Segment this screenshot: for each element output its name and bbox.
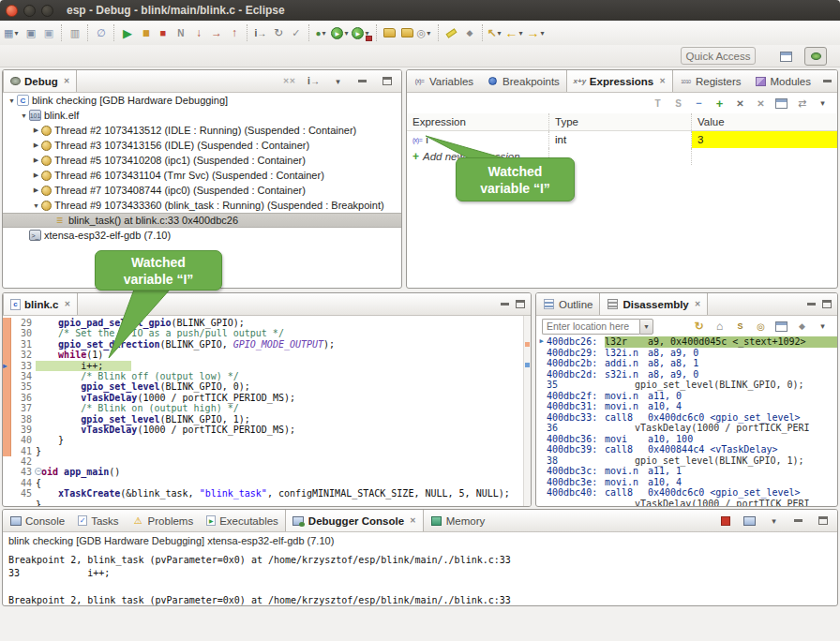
- dropdown-arrow-icon[interactable]: ▾: [540, 29, 548, 37]
- instruction-stepping-button[interactable]: i→: [251, 23, 269, 42]
- expander-icon[interactable]: ▼: [7, 97, 17, 104]
- code-line[interactable]: 30 /* Set the GPIO as a push/pull output…: [3, 328, 531, 338]
- disassembly-line[interactable]: 400dbc31:movi.na10, 4: [536, 401, 837, 412]
- overview-ruler[interactable]: [523, 316, 531, 506]
- disassembly-line[interactable]: 400dbc29:l32i.na8, a9, 0: [536, 348, 837, 359]
- tab-console[interactable]: Console: [3, 510, 71, 531]
- suspend-button[interactable]: ▮▮: [136, 23, 154, 42]
- close-tab-icon[interactable]: ✕: [64, 300, 70, 308]
- dropdown-arrow-icon[interactable]: ▾: [518, 29, 526, 37]
- open-perspective-button[interactable]: [774, 47, 797, 66]
- disassembly-line[interactable]: 400dbc2b:addi.na8, a8, 1: [536, 358, 837, 369]
- external-tools-button[interactable]: ▶▾: [352, 23, 372, 42]
- display-selected-console-button[interactable]: [741, 512, 758, 530]
- dropdown-arrow-icon[interactable]: ▾: [427, 29, 434, 37]
- debug-tree-item[interactable]: ▶Thread #7 1073408744 (ipc0) (Suspended …: [3, 183, 401, 198]
- maximize-button[interactable]: [378, 72, 396, 91]
- debug-tree-item[interactable]: ▶Thread #2 1073413512 (IDLE : Running) (…: [3, 123, 401, 138]
- code-line[interactable]: 32 while(1): [3, 350, 531, 360]
- column-expression[interactable]: Expression: [407, 113, 549, 130]
- debug-tree-item[interactable]: ▼Cblink checking [GDB Hardware Debugging…: [3, 93, 401, 108]
- maximize-view-button[interactable]: [822, 300, 832, 308]
- tab-outline[interactable]: Outline: [536, 293, 599, 315]
- step-return-button[interactable]: ↑: [225, 23, 243, 42]
- quick-access-button[interactable]: Quick Access: [681, 47, 756, 65]
- skip-all-breakpoints-button[interactable]: ∅: [92, 23, 110, 42]
- pin-button[interactable]: ◆: [793, 317, 811, 335]
- expander-icon[interactable]: ▶: [31, 127, 41, 134]
- debug-tree-item[interactable]: >_xtensa-esp32-elf-gdb (7.10): [3, 228, 401, 243]
- disassembly-line[interactable]: 36vTaskDelay(1000 / portTICK_PERI: [536, 423, 837, 434]
- step-over-button[interactable]: →: [207, 23, 225, 42]
- code-editor[interactable]: 29 gpio_pad_select_gpio(BLINK_GPIO);30 /…: [3, 316, 531, 507]
- dropdown-arrow-icon[interactable]: ▾: [497, 29, 504, 37]
- disassembly-line[interactable]: 400dbc2f:movi.na11, 0: [536, 391, 837, 402]
- save-button[interactable]: ▣: [22, 23, 39, 42]
- remove-all-terminated-button[interactable]: ✕✕: [280, 72, 298, 91]
- window-minimize-button[interactable]: [23, 5, 36, 17]
- terminate-button[interactable]: [716, 512, 734, 530]
- expander-icon[interactable]: ▶: [31, 157, 41, 164]
- disassembly-line[interactable]: ▶400dbc26:l32ra9, 0x400d045c <_stext+109…: [536, 336, 837, 348]
- disconnect-button[interactable]: N: [172, 23, 189, 42]
- terminate-button[interactable]: ■: [154, 23, 172, 42]
- debug-perspective-button[interactable]: [804, 47, 827, 66]
- debug-tree-item[interactable]: ▼Thread #9 1073433360 (blink_task : Runn…: [3, 198, 401, 213]
- debug-tree-item[interactable]: ≡blink_task() at blink.c:33 0x400dbc26: [3, 213, 401, 228]
- tab-executables[interactable]: ▶ Executables: [200, 510, 285, 531]
- search-button[interactable]: ◎▾: [416, 23, 434, 42]
- tab-memory[interactable]: Memory: [424, 510, 492, 531]
- restart-button[interactable]: ↻: [269, 23, 287, 42]
- minimize-view-button[interactable]: [823, 80, 832, 82]
- tab-modules[interactable]: Modules: [748, 70, 818, 92]
- track-expression-button[interactable]: ◎: [752, 317, 770, 335]
- debug-tree-item[interactable]: ▼101blink.elf: [3, 108, 401, 123]
- add-expression-button[interactable]: +: [711, 94, 728, 112]
- code-line[interactable]: 35 gpio_set_level(BLINK_GPIO, 0);: [3, 381, 531, 392]
- save-all-button[interactable]: ▣: [39, 23, 57, 42]
- disassembly-line[interactable]: 400dbc33:call80x400dc6c0 <gpio_set_level…: [536, 412, 837, 424]
- disassembly-line[interactable]: 400dbc3e:movi.na10, 4: [536, 477, 837, 488]
- refresh-button[interactable]: ↻: [690, 317, 708, 335]
- tab-problems[interactable]: ⚠ Problems: [126, 510, 201, 531]
- disassembly-line[interactable]: 35gpio_set_level(BLINK_GPIO, 0);: [536, 380, 837, 391]
- step-into-button[interactable]: ↓: [189, 23, 207, 42]
- resume-button[interactable]: ▶: [118, 23, 136, 42]
- open-type-button[interactable]: [381, 23, 398, 42]
- tab-tasks[interactable]: ✓ Tasks: [71, 510, 125, 531]
- collapse-all-button[interactable]: −: [690, 94, 708, 112]
- code-line[interactable]: 36 vTaskDelay(1000 / portTICK_PERIOD_MS)…: [3, 393, 531, 403]
- code-line[interactable]: 39 vTaskDelay(1000 / portTICK_PERIOD_MS)…: [3, 425, 531, 435]
- location-dropdown-icon[interactable]: ▼: [639, 319, 653, 335]
- tab-debugger-console[interactable]: Debugger Console ✕: [285, 510, 424, 531]
- show-type-names-button[interactable]: T: [649, 94, 667, 112]
- link-with-debug-button[interactable]: ⇄: [793, 94, 811, 112]
- code-line[interactable]: 41}: [3, 446, 531, 456]
- debug-tree-item[interactable]: ▶Thread #6 1073431104 (Tmr Svc) (Suspend…: [3, 168, 401, 183]
- new-wizard-button[interactable]: ▦▾: [4, 23, 22, 42]
- new-expressions-view-button[interactable]: [772, 94, 790, 112]
- code-line[interactable]: 43−void app_main(): [3, 467, 531, 477]
- code-line[interactable]: 37 /* Blink on (output high) */: [3, 403, 531, 413]
- maximize-button[interactable]: [814, 512, 832, 530]
- close-tab-icon[interactable]: ✕: [64, 77, 70, 85]
- disassembly-listing[interactable]: ▶400dbc26:l32ra9, 0x400d045c <_stext+109…: [536, 336, 837, 507]
- code-line[interactable]: ▶33 i++;: [3, 361, 531, 371]
- build-button[interactable]: ▥: [66, 23, 83, 42]
- code-line[interactable]: }: [3, 499, 531, 507]
- code-line[interactable]: 34 /* Blink off (output low) */: [3, 371, 531, 381]
- expander-icon[interactable]: ▶: [31, 171, 41, 179]
- disassembly-line[interactable]: 400dbc39:call80x400844c4 <vTaskDelay>: [536, 444, 837, 455]
- expander-icon[interactable]: ▼: [19, 112, 29, 119]
- open-resource-button[interactable]: [398, 23, 416, 42]
- minimize-view-button[interactable]: [807, 303, 816, 306]
- window-close-button[interactable]: [6, 5, 18, 17]
- tab-variables[interactable]: (x)= Variables: [407, 70, 480, 92]
- view-menu-button[interactable]: ▾: [329, 72, 347, 91]
- remove-all-expressions-button[interactable]: ✕: [752, 94, 770, 112]
- disassembly-line[interactable]: 400dbc2d:s32i.na8, a9, 0: [536, 369, 837, 380]
- tab-debug[interactable]: Debug ✕: [3, 70, 77, 92]
- disassembly-line[interactable]: 400dbc40:call80x400dc6c0 <gpio_set_level…: [536, 487, 837, 499]
- debug-tree-item[interactable]: ▶Thread #5 1073410208 (ipc1) (Suspended …: [3, 153, 401, 168]
- close-tab-icon[interactable]: ✕: [695, 300, 701, 308]
